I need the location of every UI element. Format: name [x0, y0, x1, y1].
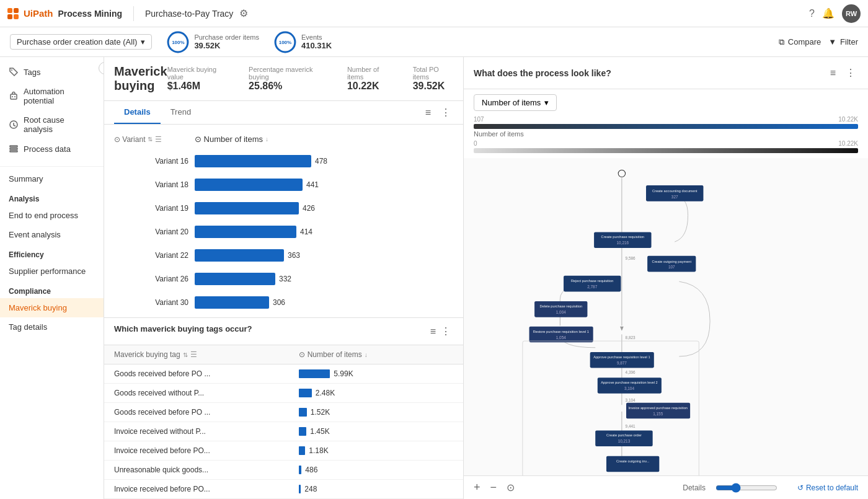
avatar[interactable]: RW: [842, 4, 861, 23]
right-more-btn[interactable]: ⋮: [843, 64, 858, 81]
node-invoice-approve-pr[interactable]: [626, 403, 690, 419]
node-approve-pr1[interactable]: [590, 352, 654, 368]
metric2-label: Events: [301, 33, 332, 41]
right-filter-btn[interactable]: ≡: [828, 64, 838, 81]
mini-bar-3: [299, 427, 306, 436]
filter-tags-icon[interactable]: ☰: [190, 350, 197, 359]
legend-bar1: [474, 124, 858, 129]
chart-bar-0: [195, 155, 311, 167]
node-create-sp[interactable]: [647, 256, 696, 272]
chart-bar-val-5: 332: [279, 275, 291, 283]
analysis-icon: [9, 120, 19, 130]
target-button[interactable]: ⊙: [507, 482, 515, 493]
tags-row-0: Goods received before PO ... 5.99K: [104, 364, 463, 384]
more-icon-btn[interactable]: ⋮: [438, 104, 453, 121]
tab-details[interactable]: Details: [114, 101, 161, 124]
stat-pct-maverick: Percentage maverick buying 25.86%: [249, 66, 327, 92]
svg-text:Create outgoing inv...: Create outgoing inv...: [616, 459, 650, 463]
sidebar-item-tags[interactable]: Tags: [0, 62, 104, 82]
compare-button[interactable]: ⧉ Compare: [779, 37, 821, 47]
svg-text:Approve purchase requisition l: Approve purchase requisition level 2: [601, 381, 657, 384]
node-reject-pr[interactable]: [564, 276, 621, 292]
stat-total-po: Total PO items 39.52K: [413, 66, 453, 92]
date-filter-button[interactable]: Purchase order creation date (All) ▾: [10, 34, 152, 50]
metric2-info: Events 410.31K: [301, 33, 332, 50]
legend-min2: 0: [474, 140, 477, 147]
sort-tags-items-icon[interactable]: ↓: [365, 351, 368, 358]
legend-max2: 10.22K: [838, 140, 858, 147]
slider-wrap: [715, 483, 777, 493]
zoom-out-button[interactable]: −: [490, 481, 497, 494]
number-items-dropdown[interactable]: Number of items ▾: [474, 94, 557, 111]
tags-cell-label-5: Unreasonable quick goods...: [114, 466, 299, 474]
help-button[interactable]: ?: [809, 8, 815, 19]
tags-row-2: Goods received before PO ... 1.52K: [104, 403, 463, 422]
chart-bar-wrap-3: 414: [195, 226, 453, 238]
sidebar-group-analysis: Analysis: [0, 188, 104, 206]
sidebar-item-root-cause-label: Root cause analysis: [24, 115, 95, 134]
stat-pct-maverick-label: Percentage maverick buying: [249, 66, 327, 81]
sidebar-item-event-analysis[interactable]: Event analysis: [0, 225, 104, 244]
items-col-label: ⊙ Number of items ↓: [195, 135, 453, 144]
settings-button[interactable]: ⚙: [239, 7, 248, 19]
sort-items-icon[interactable]: ↓: [265, 136, 268, 143]
chart-row-6: Variant 30 306: [114, 293, 453, 312]
legend-mini: 107 10.22K Number of items 0 10.22K: [464, 116, 868, 158]
chart-bar-2: [195, 202, 299, 214]
dropdown-label-text: Number of items: [482, 98, 541, 107]
legend-range2: 0 10.22K: [474, 140, 858, 147]
notifications-button[interactable]: 🔔: [822, 7, 835, 19]
node-create-pr[interactable]: [594, 232, 651, 248]
sidebar-item-automation[interactable]: Automation potential: [0, 82, 104, 110]
tags-cell-val-1: 2.48K: [299, 389, 453, 397]
node-create-acct-doc[interactable]: [646, 185, 703, 201]
tags-cell-label-0: Goods received before PO ...: [114, 369, 299, 378]
node-restore-pr[interactable]: [529, 327, 593, 343]
details-slider[interactable]: [715, 483, 777, 493]
filter-button[interactable]: ▼ Filter: [828, 37, 858, 46]
sidebar-item-supplier[interactable]: Supplier performance: [0, 262, 104, 281]
sort-tags-icon[interactable]: ⇅: [183, 351, 188, 358]
filter-icon-btn[interactable]: ≡: [423, 105, 433, 121]
node-approve-pr2[interactable]: [598, 378, 662, 394]
right-panel-header: What does the process look like? ≡ ⋮: [464, 57, 868, 89]
svg-text:Create accounting document: Create accounting document: [652, 189, 698, 193]
zoom-in-button[interactable]: +: [474, 481, 480, 494]
sidebar-item-process-data[interactable]: Process data: [0, 139, 104, 159]
sidebar-item-maverick[interactable]: Maverick buying: [0, 298, 104, 317]
start-node: [618, 170, 625, 177]
variant-col-label: ⊙ Variant ⇅ ☰: [114, 135, 195, 144]
legend-max1: 10.22K: [838, 116, 858, 123]
chart-bar-3: [195, 226, 296, 238]
sidebar-item-summary[interactable]: Summary: [0, 169, 104, 188]
stat-maverick-value-label: Maverick buying value: [167, 66, 229, 81]
tags-val-text-4: 1.18K: [309, 446, 328, 455]
metric1-progress: 100%: [167, 31, 189, 53]
tags-row-5: Unreasonable quick goods... 486: [104, 461, 463, 480]
sidebar-top-section: Tags Automation potential Root cause ana…: [0, 57, 104, 164]
flow-label-3: 4,396: [626, 370, 636, 374]
sidebar-item-process-data-label: Process data: [24, 144, 71, 154]
panel-title: Maverick buying: [114, 64, 167, 93]
sidebar-item-event-analysis-label: Event analysis: [9, 230, 61, 239]
chart-row-5: Variant 26 332: [114, 269, 453, 289]
left-panel: Maverick buying Maverick buying value $1…: [104, 57, 464, 499]
node-create-po2[interactable]: [606, 456, 659, 472]
tags-filter-btn[interactable]: ≡: [428, 324, 438, 340]
sidebar-item-tag-details[interactable]: Tag details: [0, 317, 104, 337]
chart-header: ⊙ Variant ⇅ ☰ ⊙ Number of items ↓: [114, 135, 453, 144]
sidebar-item-supplier-label: Supplier performance: [9, 267, 86, 276]
sidebar-item-end-to-end[interactable]: End to end process: [0, 206, 104, 225]
filter-variant-icon[interactable]: ☰: [155, 135, 162, 144]
filter-label: Filter: [840, 37, 858, 46]
tab-trend[interactable]: Trend: [161, 101, 201, 124]
node-create-po[interactable]: [595, 430, 652, 446]
svg-text:327: 327: [671, 195, 678, 199]
tags-more-btn[interactable]: ⋮: [438, 323, 453, 340]
right-panel-title: What does the process look like?: [474, 68, 611, 78]
node-delete-pr[interactable]: [534, 301, 587, 317]
reset-button[interactable]: ↺ Reset to default: [797, 484, 858, 492]
svg-text:1,054: 1,054: [556, 335, 566, 340]
sort-variant-icon[interactable]: ⇅: [148, 136, 153, 143]
sidebar-item-root-cause[interactable]: Root cause analysis: [0, 110, 104, 139]
